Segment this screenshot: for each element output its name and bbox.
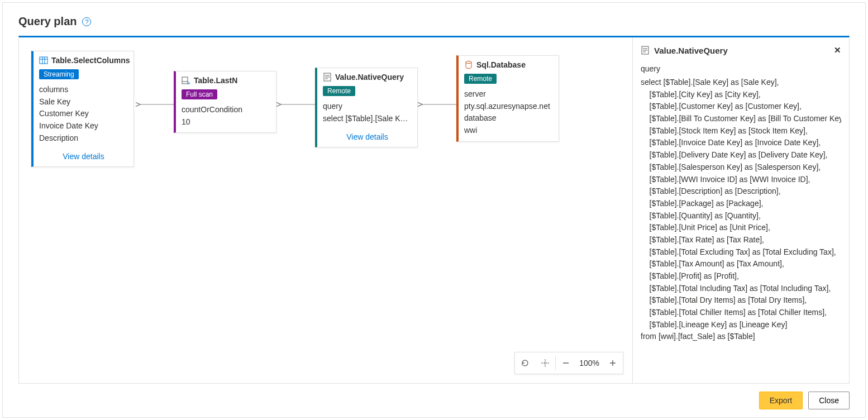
- node-header: Table.LastN: [176, 71, 276, 87]
- field-value: pty.sql.azuresynapse.net: [464, 101, 553, 113]
- node-body: columns Sale Key Customer Key Invoice Da…: [34, 82, 133, 149]
- node-table-selectcolumns[interactable]: Table.SelectColumns Streaming columns Sa…: [31, 51, 134, 167]
- help-icon[interactable]: ?: [82, 17, 91, 26]
- field-label: query: [323, 101, 412, 113]
- lastn-icon: [182, 76, 190, 85]
- field-label: columns: [39, 84, 128, 96]
- reset-view-button[interactable]: [515, 352, 535, 374]
- badge-remote: Remote: [464, 74, 497, 84]
- node-body: server pty.sql.azuresynapse.net database…: [459, 86, 559, 141]
- query-plan-dialog: Query plan ? Table.S: [2, 2, 866, 418]
- table-icon: [39, 56, 48, 65]
- node-title: Sql.Database: [476, 60, 526, 69]
- dialog-footer: Export Close: [3, 384, 865, 417]
- close-button[interactable]: Close: [808, 392, 850, 409]
- node-body: query select [$Table].[Sale Ke…: [317, 98, 417, 129]
- detail-field-label: query: [641, 64, 841, 73]
- zoom-in-button[interactable]: [603, 352, 623, 374]
- field-value: Description: [39, 132, 128, 145]
- field-value: wwi: [464, 125, 553, 137]
- node-body: countOrCondition 10: [176, 102, 276, 132]
- node-value-nativequery[interactable]: Value.NativeQuery Remote query select [$…: [315, 68, 418, 147]
- node-title: Table.SelectColumns: [51, 56, 130, 65]
- field-value: Sale Key: [39, 96, 128, 108]
- field-label: server: [464, 88, 553, 101]
- field-value: 10: [182, 116, 270, 128]
- svg-rect-7: [182, 77, 188, 84]
- node-table-lastn[interactable]: Table.LastN Full scan countOrCondition 1…: [174, 71, 276, 133]
- field-value: Invoice Date Key: [39, 120, 128, 132]
- page-title: Query plan: [18, 15, 77, 28]
- svg-point-13: [466, 61, 471, 64]
- field-label: database: [464, 112, 553, 125]
- detail-title: Value.NativeQuery: [654, 46, 728, 55]
- node-title: Value.NativeQuery: [335, 73, 404, 82]
- fit-view-button[interactable]: [535, 352, 555, 374]
- query-icon: [323, 73, 332, 82]
- badge-fullscan: Full scan: [182, 89, 217, 99]
- node-title: Table.LastN: [194, 76, 237, 85]
- field-value: Customer Key: [39, 108, 128, 120]
- field-value: select [$Table].[Sale Ke…: [323, 113, 412, 125]
- export-button[interactable]: Export: [759, 392, 803, 409]
- database-icon: [464, 60, 473, 69]
- badge-streaming: Streaming: [39, 69, 79, 79]
- node-header: Sql.Database: [459, 56, 559, 71]
- detail-sql-text: select [$Table].[Sale Key] as [Sale Key]…: [641, 77, 841, 343]
- svg-rect-3: [40, 57, 47, 64]
- close-icon[interactable]: ✕: [834, 45, 841, 55]
- dialog-body: Table.SelectColumns Streaming columns Sa…: [18, 36, 850, 384]
- node-header: Value.NativeQuery: [317, 68, 417, 84]
- field-label: countOrCondition: [182, 104, 270, 116]
- svg-point-14: [544, 362, 546, 364]
- badge-remote: Remote: [323, 86, 355, 96]
- canvas-toolbar: 100%: [514, 352, 623, 374]
- plan-canvas[interactable]: Table.SelectColumns Streaming columns Sa…: [19, 37, 632, 383]
- node-sql-database[interactable]: Sql.Database Remote server pty.sql.azure…: [456, 55, 559, 142]
- query-icon: [641, 46, 650, 55]
- node-header: Table.SelectColumns: [34, 51, 133, 67]
- detail-header: Value.NativeQuery ✕: [641, 45, 841, 55]
- detail-pane: Value.NativeQuery ✕ query select [$Table…: [632, 37, 849, 383]
- zoom-out-button[interactable]: [556, 352, 576, 374]
- view-details-link[interactable]: View details: [317, 129, 417, 147]
- zoom-level: 100%: [576, 359, 603, 367]
- view-details-link[interactable]: View details: [34, 149, 133, 166]
- dialog-header: Query plan ?: [3, 3, 865, 36]
